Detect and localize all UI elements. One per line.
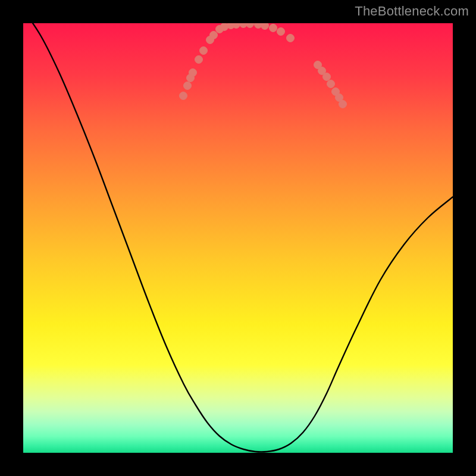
- curve-marker: [327, 80, 335, 88]
- curve-marker: [323, 73, 331, 81]
- chart-curve-layer: [23, 23, 453, 453]
- curve-marker: [184, 82, 192, 90]
- curve-marker: [200, 47, 208, 55]
- curve-marker: [339, 101, 347, 108]
- curve-marker: [261, 23, 269, 30]
- curve-marker: [189, 69, 197, 77]
- curve-marker: [195, 56, 203, 64]
- bottleneck-curve: [23, 23, 453, 452]
- curve-marker: [270, 24, 277, 32]
- watermark-text: TheBottleneck.com: [355, 4, 469, 19]
- curve-markers: [180, 23, 347, 108]
- curve-marker: [287, 35, 295, 42]
- curve-marker: [277, 28, 285, 36]
- curve-marker: [233, 23, 240, 29]
- chart-plot-area: [23, 23, 453, 453]
- curve-marker: [210, 32, 218, 39]
- curve-marker: [180, 92, 187, 100]
- curve-marker: [246, 23, 254, 28]
